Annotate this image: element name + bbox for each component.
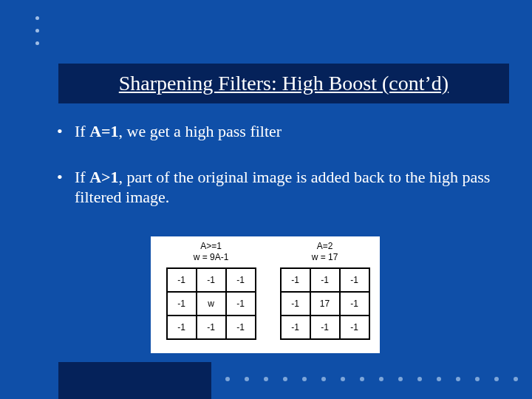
mask-cell: -1 bbox=[310, 316, 340, 339]
dot-icon bbox=[283, 377, 287, 381]
bullet-text-prefix: If bbox=[75, 168, 89, 186]
dot-icon bbox=[302, 377, 307, 381]
dot-icon bbox=[398, 377, 403, 381]
bullet-item: If A>1, part of the original image is ad… bbox=[54, 167, 497, 208]
mask-header-line2: w = 17 bbox=[312, 252, 338, 262]
dot-icon bbox=[341, 377, 345, 381]
mask-cell: -1 bbox=[281, 268, 310, 292]
mask-cell: -1 bbox=[167, 292, 197, 316]
dot-icon bbox=[321, 377, 326, 381]
mask-cell: -1 bbox=[167, 268, 197, 292]
mask-header: A>=1 w = 9A-1 bbox=[161, 241, 261, 263]
mask-cell: -1 bbox=[340, 316, 369, 339]
dot-icon bbox=[264, 377, 268, 381]
dot-icon bbox=[514, 377, 518, 381]
bullet-text-rest: , we get a high pass filter bbox=[119, 122, 282, 140]
slide: Sharpening Filters: High Boost (cont’d) … bbox=[0, 0, 532, 399]
bullet-text-prefix: If bbox=[75, 122, 89, 140]
bullet-text-rest: , part of the original image is added ba… bbox=[75, 168, 490, 207]
decor-dots-top-left bbox=[35, 7, 39, 54]
mask-header: A=2 w = 17 bbox=[275, 241, 375, 263]
dot-icon bbox=[245, 377, 249, 381]
mask-cell: -1 bbox=[197, 316, 226, 339]
dot-icon bbox=[417, 377, 422, 381]
mask-panel-a2: A=2 w = 17 -1 -1 -1 -1 17 -1 -1 -1 -1 bbox=[275, 241, 375, 340]
mask-cell: -1 bbox=[340, 268, 369, 292]
mask-panel-general: A>=1 w = 9A-1 -1 -1 -1 -1 w -1 -1 -1 -1 bbox=[161, 241, 261, 340]
bullet-item: If A=1, we get a high pass filter bbox=[54, 121, 497, 142]
mask-grid: -1 -1 -1 -1 17 -1 -1 -1 -1 bbox=[280, 267, 370, 340]
mask-cell: -1 bbox=[226, 268, 256, 292]
mask-cell: -1 bbox=[226, 316, 256, 339]
mask-cell: -1 bbox=[226, 292, 256, 316]
mask-cell: -1 bbox=[340, 292, 369, 316]
dot-icon bbox=[225, 377, 230, 381]
mask-cell: w bbox=[197, 292, 226, 316]
dot-icon bbox=[475, 377, 480, 381]
dot-icon bbox=[35, 29, 39, 33]
mask-cell: -1 bbox=[281, 316, 310, 339]
mask-cell: -1 bbox=[167, 316, 197, 339]
dot-icon bbox=[379, 377, 383, 381]
slide-title: Sharpening Filters: High Boost (cont’d) bbox=[119, 72, 449, 95]
mask-header-line2: w = 9A-1 bbox=[194, 252, 229, 262]
mask-grid: -1 -1 -1 -1 w -1 -1 -1 -1 bbox=[166, 267, 256, 340]
dot-icon bbox=[35, 41, 39, 45]
decor-dots-bottom-right bbox=[225, 377, 518, 381]
dot-icon bbox=[494, 377, 499, 381]
mask-header-line1: A>=1 bbox=[200, 241, 222, 251]
mask-cell: 17 bbox=[310, 292, 340, 316]
mask-cell: -1 bbox=[281, 292, 310, 316]
bullet-text-strong: A>1 bbox=[89, 168, 118, 186]
filter-mask-figure: A>=1 w = 9A-1 -1 -1 -1 -1 w -1 -1 -1 -1 … bbox=[151, 236, 380, 353]
dot-icon bbox=[437, 377, 441, 381]
decor-footer-block bbox=[58, 362, 211, 399]
bullet-text-strong: A=1 bbox=[89, 122, 118, 140]
dot-icon bbox=[456, 377, 460, 381]
mask-header-line1: A=2 bbox=[317, 241, 333, 251]
mask-cell: -1 bbox=[197, 268, 226, 292]
dot-icon bbox=[35, 16, 39, 20]
dot-icon bbox=[360, 377, 364, 381]
mask-cell: -1 bbox=[310, 268, 340, 292]
slide-body: If A=1, we get a high pass filter If A>1… bbox=[54, 121, 497, 233]
title-bar: Sharpening Filters: High Boost (cont’d) bbox=[58, 64, 509, 103]
